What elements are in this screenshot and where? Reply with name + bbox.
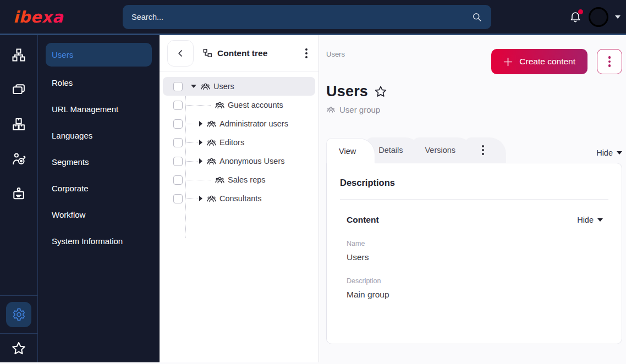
tree-item-users[interactable]: Users	[163, 77, 315, 96]
caret-down-icon	[617, 151, 622, 155]
descriptions-heading: Descriptions	[340, 178, 608, 188]
tree-checkbox[interactable]	[173, 101, 183, 110]
notifications-button[interactable]	[569, 10, 583, 24]
admin-settings-button[interactable]	[6, 302, 31, 327]
card-divider	[340, 199, 608, 200]
chevron-left-icon	[175, 48, 186, 59]
user-avatar[interactable]	[589, 7, 608, 27]
caret-down-icon	[597, 218, 603, 222]
global-search[interactable]	[123, 5, 491, 29]
caret-right-icon[interactable]	[199, 196, 202, 201]
bookmarks-star-icon[interactable]	[10, 340, 27, 357]
tab-bar: View Details Versions Hide	[326, 137, 622, 163]
tree-connector	[185, 198, 197, 199]
field-value: Main group	[347, 290, 608, 300]
tree-item-sales-reps[interactable]: Sales reps	[163, 170, 315, 189]
notification-dot	[578, 9, 583, 14]
sidebar-item-label: URL Management	[52, 104, 118, 114]
user-group-icon	[206, 119, 217, 129]
hide-tabs-toggle[interactable]: Hide	[596, 148, 622, 163]
tree-connector	[185, 180, 211, 180]
brand-text: ibexa	[13, 8, 64, 26]
user-group-icon	[326, 105, 336, 114]
create-content-button[interactable]: Create content	[491, 49, 587, 74]
tree-checkbox[interactable]	[173, 119, 183, 129]
tab-versions[interactable]: Versions	[413, 137, 475, 163]
tree-item-administrator-users[interactable]: Administrator users	[163, 114, 315, 133]
tree-options-kebab[interactable]	[302, 45, 311, 62]
content-actions-kebab[interactable]	[597, 49, 622, 74]
tab-view[interactable]: View	[326, 138, 375, 163]
tree-connector	[185, 161, 197, 162]
search-icon[interactable]	[471, 12, 482, 23]
caret-right-icon[interactable]	[199, 121, 202, 126]
sidebar-item-label: Users	[52, 50, 73, 59]
page-title: Users	[326, 83, 368, 100]
sidebar-item-corporate[interactable]: Corporate	[38, 175, 160, 201]
sidebar-item-system-information[interactable]: System Information	[38, 228, 160, 254]
tree-item-consultants[interactable]: Consultants	[163, 189, 315, 208]
tree-checkbox[interactable]	[173, 175, 183, 185]
top-bar: ibexa	[0, 0, 626, 35]
caret-down-icon[interactable]	[191, 85, 196, 88]
admin-badge-icon[interactable]	[9, 184, 28, 203]
tree-item-anonymous-users[interactable]: Anonymous Users	[163, 152, 315, 170]
content-tree-panel: Content tree Users Guest accounts	[160, 35, 319, 362]
sidebar-item-label: System Information	[52, 236, 123, 246]
user-group-icon	[206, 156, 217, 167]
collapse-tree-button[interactable]	[167, 40, 194, 67]
search-input[interactable]	[131, 13, 471, 21]
sidebar-item-segments[interactable]: Segments	[38, 148, 160, 175]
user-group-icon	[206, 137, 217, 148]
user-group-icon	[215, 100, 225, 111]
sidebar-item-users[interactable]: Users	[46, 43, 152, 67]
favorite-star-icon[interactable]	[374, 85, 388, 99]
tree-checkbox[interactable]	[173, 194, 183, 203]
user-group-icon	[206, 194, 217, 204]
admin-sidebar: Users Roles URL Management Languages Seg…	[38, 35, 160, 362]
sidebar-item-label: Languages	[52, 131, 92, 140]
tree-item-editors[interactable]: Editors	[163, 133, 315, 152]
caret-right-icon[interactable]	[199, 140, 202, 145]
sidebar-item-label: Workflow	[52, 210, 85, 219]
rail-divider	[0, 295, 37, 296]
sidebar-item-url-management[interactable]: URL Management	[38, 96, 160, 122]
field-name: Name Users	[340, 240, 608, 262]
tree-connector	[185, 105, 211, 106]
user-group-icon	[215, 175, 225, 185]
user-group-icon	[200, 81, 211, 92]
product-catalog-icon[interactable]	[9, 115, 28, 134]
user-menu-caret-icon[interactable]	[615, 15, 620, 19]
field-label: Description	[347, 277, 608, 285]
ibexa-logo[interactable]: ibexa	[0, 7, 123, 27]
breadcrumb[interactable]: Users	[326, 50, 345, 58]
tree-connector	[185, 124, 197, 124]
sidebar-item-workflow[interactable]: Workflow	[38, 201, 160, 228]
main-content: Users Create content Users Use	[319, 35, 626, 362]
plus-icon	[503, 57, 513, 67]
field-value: Users	[347, 252, 608, 262]
gear-icon	[12, 307, 26, 322]
tree-icon	[202, 48, 213, 58]
field-description: Description Main group	[340, 277, 608, 300]
tree-checkbox[interactable]	[173, 82, 183, 91]
hide-section-toggle[interactable]: Hide	[577, 216, 603, 224]
sidebar-item-label: Roles	[52, 78, 73, 87]
rail-divider	[0, 333, 37, 334]
field-label: Name	[347, 240, 608, 247]
content-tree: Users Guest accounts Administrator users	[160, 71, 319, 213]
sidebar-item-label: Segments	[52, 157, 89, 167]
personalization-icon[interactable]	[9, 150, 28, 168]
content-section-title: Content	[347, 215, 379, 225]
content-tree-title: Content tree	[202, 48, 267, 58]
tree-checkbox[interactable]	[173, 138, 183, 147]
tree-connector	[185, 142, 197, 143]
tree-checkbox[interactable]	[173, 157, 183, 166]
content-structure-icon[interactable]	[9, 46, 28, 64]
tree-item-guest-accounts[interactable]: Guest accounts	[163, 96, 315, 114]
sidebar-item-roles[interactable]: Roles	[38, 69, 160, 96]
pages-icon[interactable]	[9, 80, 28, 99]
view-tab-card: Descriptions Content Hide Name Users Des…	[326, 163, 622, 344]
sidebar-item-languages[interactable]: Languages	[38, 122, 160, 148]
caret-right-icon[interactable]	[199, 158, 202, 164]
